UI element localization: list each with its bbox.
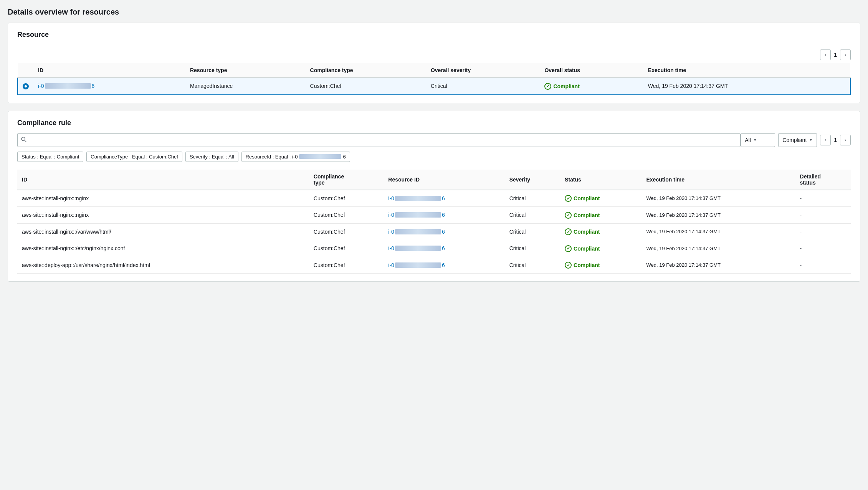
compliance-row-id: aws-site::install-nginx::nginx: [17, 207, 309, 224]
filter-tag-resource-id-suffix: 6: [343, 154, 346, 160]
compliance-filter-tags: Status : Equal : Compliant ComplianceTyp…: [17, 152, 851, 162]
filter-tag-resource-id[interactable]: ResourceId : Equal : i-0 6: [241, 152, 350, 162]
resource-row-type: ManagedInstance: [185, 78, 306, 95]
compliance-row-resource-id: i-0 6: [384, 190, 504, 207]
compliance-rid-prefix: i-0: [388, 245, 394, 251]
compliance-search-input[interactable]: [17, 133, 741, 147]
compliance-row-status: ✓ Compliant: [560, 257, 641, 274]
compliance-status-label: Compliant: [574, 212, 600, 218]
compliance-row-severity: Critical: [505, 223, 560, 240]
resource-row-id: i-0 6: [33, 78, 185, 95]
resource-col-execution-time: Execution time: [643, 63, 850, 78]
compliance-row-resource-id: i-0 6: [384, 257, 504, 274]
compliance-row-detailed-status: -: [795, 240, 851, 257]
resource-id-blurred-middle: [45, 83, 91, 89]
resource-id-prefix: i-0: [38, 83, 44, 89]
compliance-row-detailed-status: -: [795, 223, 851, 240]
compliance-table-row: aws-site::install-nginx::/var/www/html/C…: [17, 223, 851, 240]
compliance-table-row: aws-site::install-nginx::nginxCustom:Che…: [17, 190, 851, 207]
compliance-row-id: aws-site::install-nginx::/etc/nginx/ngin…: [17, 240, 309, 257]
compliance-compliant-icon: ✓: [565, 245, 572, 252]
compliance-filter-all-dropdown[interactable]: All ▼: [741, 133, 775, 147]
compliance-rid-suffix: 6: [442, 195, 445, 201]
resource-col-resource-type: Resource type: [185, 63, 306, 78]
compliance-resource-id-value[interactable]: i-0 6: [388, 262, 445, 268]
compliance-compliant-badge: ✓ Compliant: [565, 245, 600, 252]
compliant-status-badge: ✓ Compliant: [544, 83, 579, 90]
compliance-prev-page-button[interactable]: ‹: [820, 135, 831, 145]
compliance-status-label: Compliant: [574, 195, 600, 201]
resource-panel-title: Resource: [17, 31, 49, 39]
resource-table-row[interactable]: i-0 6 ManagedInstance Custom:Chef Critic…: [18, 78, 850, 95]
compliance-col-execution-time: Execution time: [641, 170, 795, 190]
compliance-row-id: aws-site::deploy-app::/usr/share/nginx/h…: [17, 257, 309, 274]
svg-line-1: [25, 140, 26, 142]
compliance-filter-all-label: All: [745, 137, 751, 143]
compliance-compliant-badge: ✓ Compliant: [565, 212, 600, 219]
compliance-col-id: ID: [17, 170, 309, 190]
page-title: Details overview for resources: [8, 8, 860, 16]
compliant-icon: ✓: [544, 83, 551, 90]
compliance-panel: Compliance rule All ▼ Compliant ▼: [8, 111, 860, 282]
resource-page-number: 1: [834, 52, 837, 58]
compliance-row-id: aws-site::install-nginx::/var/www/html/: [17, 223, 309, 240]
compliance-rid-suffix: 6: [442, 245, 445, 251]
filter-tag-compliance-type[interactable]: ComplianceType : Equal : Custom:Chef: [86, 152, 182, 162]
compliance-compliant-icon: ✓: [565, 195, 572, 202]
compliance-row-resource-id: i-0 6: [384, 207, 504, 224]
resource-radio-selected[interactable]: [23, 83, 29, 89]
compliance-status-label: Compliant: [574, 229, 600, 235]
compliance-page-number: 1: [834, 137, 837, 143]
compliance-row-compliance-type: Custom:Chef: [309, 223, 384, 240]
compliance-rid-blurred: [395, 212, 441, 218]
resource-col-status: Overall status: [540, 63, 643, 78]
compliance-status-dropdown[interactable]: Compliant ▼: [778, 133, 817, 147]
compliance-compliant-icon: ✓: [565, 262, 572, 269]
compliance-rid-suffix: 6: [442, 229, 445, 235]
filter-tag-status[interactable]: Status : Equal : Compliant: [17, 152, 83, 162]
compliance-row-severity: Critical: [505, 207, 560, 224]
compliance-rid-suffix: 6: [442, 212, 445, 218]
compliance-pagination: ‹ 1 ›: [820, 135, 851, 145]
compliance-compliant-badge: ✓ Compliant: [565, 262, 600, 269]
resource-row-radio[interactable]: [18, 78, 33, 95]
compliance-row-severity: Critical: [505, 240, 560, 257]
compliance-status-label: Compliant: [574, 262, 600, 268]
resource-next-page-button[interactable]: ›: [840, 49, 851, 60]
compliance-resource-id-value[interactable]: i-0 6: [388, 212, 445, 218]
compliance-col-resource-id: Resource ID: [384, 170, 504, 190]
compliance-resource-id-value[interactable]: i-0 6: [388, 245, 445, 251]
search-icon: [21, 137, 26, 143]
compliance-col-compliance-type: Compliancetype: [309, 170, 384, 190]
compliance-rid-blurred: [395, 262, 441, 268]
compliance-row-resource-id: i-0 6: [384, 223, 504, 240]
resource-prev-page-button[interactable]: ‹: [820, 49, 831, 60]
compliance-compliant-badge: ✓ Compliant: [565, 195, 600, 202]
compliance-rid-blurred: [395, 196, 441, 201]
compliance-rid-blurred: [395, 229, 441, 234]
status-dropdown-arrow-icon: ▼: [809, 138, 813, 142]
resource-col-id: ID: [33, 63, 185, 78]
compliant-label: Compliant: [553, 83, 579, 89]
compliance-row-status: ✓ Compliant: [560, 190, 641, 207]
compliance-row-execution-time: Wed, 19 Feb 2020 17:14:37 GMT: [641, 223, 795, 240]
compliance-resource-id-value[interactable]: i-0 6: [388, 195, 445, 201]
resource-row-compliance-type: Custom:Chef: [306, 78, 426, 95]
compliance-next-page-button[interactable]: ›: [840, 135, 851, 145]
compliance-row-execution-time: Wed, 19 Feb 2020 17:14:37 GMT: [641, 257, 795, 274]
compliance-row-detailed-status: -: [795, 190, 851, 207]
compliance-row-compliance-type: Custom:Chef: [309, 240, 384, 257]
compliance-col-severity: Severity: [505, 170, 560, 190]
resource-id-value[interactable]: i-0 6: [38, 83, 94, 89]
compliance-row-id: aws-site::install-nginx::nginx: [17, 190, 309, 207]
all-dropdown-arrow-icon: ▼: [753, 138, 757, 142]
search-filter-left: [17, 133, 741, 147]
compliance-row-severity: Critical: [505, 190, 560, 207]
filter-tag-severity[interactable]: Severity : Equal : All: [185, 152, 238, 162]
compliance-rid-prefix: i-0: [388, 212, 394, 218]
filter-tag-resource-id-text: ResourceId : Equal : i-0: [246, 154, 298, 160]
compliance-col-detailed-status: Detailedstatus: [795, 170, 851, 190]
compliance-resource-id-value[interactable]: i-0 6: [388, 229, 445, 235]
search-filter-right: All ▼ Compliant ▼ ‹ 1 ›: [741, 133, 851, 147]
compliance-row-status: ✓ Compliant: [560, 223, 641, 240]
